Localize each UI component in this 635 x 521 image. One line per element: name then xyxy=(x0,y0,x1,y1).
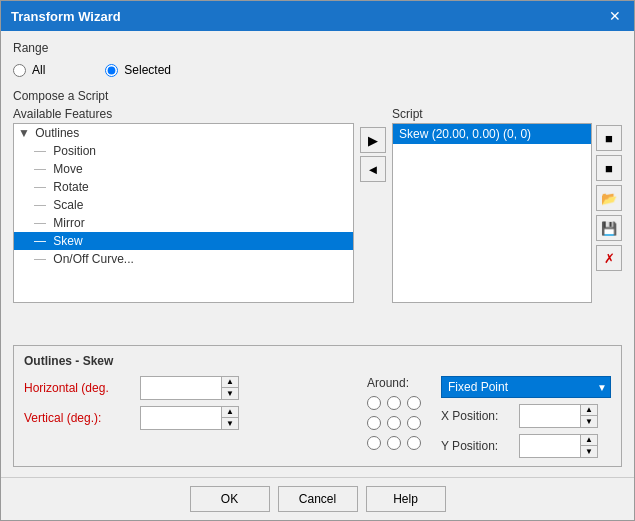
script-down-button[interactable]: ■ xyxy=(596,155,622,181)
skew-title: Outlines - Skew xyxy=(24,354,611,368)
vertical-row: Vertical (deg.): 0.0000 ▲ ▼ xyxy=(24,406,351,430)
connector-icon: — xyxy=(34,252,46,266)
vertical-spinner[interactable]: 0.0000 ▲ ▼ xyxy=(140,406,239,430)
pos-radio-ml[interactable] xyxy=(367,416,381,430)
around-dropdown-wrapper[interactable]: Fixed Point Selection Center Origin ▼ xyxy=(441,376,611,398)
features-panel: Available Features ▼ Outlines — Position… xyxy=(13,107,354,337)
vertical-down-arrow[interactable]: ▼ xyxy=(222,418,238,429)
y-position-label: Y Position: xyxy=(441,439,511,453)
tree-item-label: Scale xyxy=(53,198,83,212)
y-up-arrow[interactable]: ▲ xyxy=(581,435,597,446)
pos-radio-mc[interactable] xyxy=(387,416,401,430)
transform-buttons: ▶ ◄ xyxy=(360,127,386,337)
pos-radio-bc[interactable] xyxy=(387,436,401,450)
tree-item-label: Skew xyxy=(53,234,82,248)
script-label: Script xyxy=(392,107,622,121)
features-script-row: Available Features ▼ Outlines — Position… xyxy=(13,107,622,337)
expander-icon: ▼ xyxy=(18,126,30,140)
tree-item-outlines[interactable]: ▼ Outlines xyxy=(14,124,353,142)
y-spin-arrows: ▲ ▼ xyxy=(580,435,597,457)
script-action-buttons: ■ ■ 📂 💾 ✗ xyxy=(596,123,622,337)
script-area: Script Skew (20.00, 0.00) (0, 0) ■ ■ 📂 💾… xyxy=(392,107,622,337)
connector-icon: — xyxy=(34,180,46,194)
tree-item-mirror[interactable]: — Mirror xyxy=(14,214,353,232)
tree-item-scale[interactable]: — Scale xyxy=(14,196,353,214)
features-label: Available Features xyxy=(13,107,354,121)
horizontal-input[interactable]: 20.0000 xyxy=(141,377,221,399)
tree-item-position[interactable]: — Position xyxy=(14,142,353,160)
y-down-arrow[interactable]: ▼ xyxy=(581,446,597,457)
radio-all-label: All xyxy=(32,63,45,77)
vertical-input[interactable]: 0.0000 xyxy=(141,407,221,429)
horizontal-up-arrow[interactable]: ▲ xyxy=(222,377,238,388)
y-position-spinner[interactable]: 0 ▲ ▼ xyxy=(519,434,598,458)
features-list[interactable]: ▼ Outlines — Position — Move — xyxy=(13,123,354,303)
pos-radio-bl[interactable] xyxy=(367,436,381,450)
radio-selected[interactable]: Selected xyxy=(105,63,171,77)
radio-all[interactable]: All xyxy=(13,63,45,77)
dialog-title: Transform Wizard xyxy=(11,9,121,24)
close-button[interactable]: ✕ xyxy=(606,7,624,25)
position-fields: Fixed Point Selection Center Origin ▼ X … xyxy=(441,376,611,458)
pos-radio-br[interactable] xyxy=(407,436,421,450)
x-position-input[interactable]: 0 xyxy=(520,405,580,427)
skew-section: Outlines - Skew Horizontal (deg. 20.0000… xyxy=(13,345,622,467)
radio-selected-input[interactable] xyxy=(105,64,118,77)
tree-item-label: On/Off Curve... xyxy=(53,252,133,266)
connector-icon: — xyxy=(34,144,46,158)
help-button[interactable]: Help xyxy=(366,486,446,512)
script-list[interactable]: Skew (20.00, 0.00) (0, 0) xyxy=(392,123,592,303)
tree-item-label: Rotate xyxy=(53,180,88,194)
around-dropdown[interactable]: Fixed Point Selection Center Origin xyxy=(441,376,611,398)
ok-button[interactable]: OK xyxy=(190,486,270,512)
around-label: Around: xyxy=(367,376,425,390)
vertical-up-arrow[interactable]: ▲ xyxy=(222,407,238,418)
radio-all-input[interactable] xyxy=(13,64,26,77)
horizontal-row: Horizontal (deg. 20.0000 ▲ ▼ xyxy=(24,376,351,400)
skew-body: Horizontal (deg. 20.0000 ▲ ▼ Vertical (d… xyxy=(24,376,611,458)
horizontal-spin-arrows: ▲ ▼ xyxy=(221,377,238,399)
tree-item-label: Position xyxy=(53,144,96,158)
connector-icon: — xyxy=(34,198,46,212)
around-section: Around: xyxy=(367,376,425,458)
cancel-button[interactable]: Cancel xyxy=(278,486,358,512)
x-position-spinner[interactable]: 0 ▲ ▼ xyxy=(519,404,598,428)
script-delete-button[interactable]: ✗ xyxy=(596,245,622,271)
horizontal-spinner[interactable]: 20.0000 ▲ ▼ xyxy=(140,376,239,400)
range-options: All Selected xyxy=(13,59,622,81)
remove-from-script-button[interactable]: ◄ xyxy=(360,156,386,182)
add-to-script-button[interactable]: ▶ xyxy=(360,127,386,153)
compose-label: Compose a Script xyxy=(13,89,622,103)
x-spin-arrows: ▲ ▼ xyxy=(580,405,597,427)
skew-left: Horizontal (deg. 20.0000 ▲ ▼ Vertical (d… xyxy=(24,376,351,458)
x-up-arrow[interactable]: ▲ xyxy=(581,405,597,416)
y-position-row: Y Position: 0 ▲ ▼ xyxy=(441,434,611,458)
transform-wizard-dialog: Transform Wizard ✕ Range All Selected Co… xyxy=(0,0,635,521)
tree-item-label: Outlines xyxy=(35,126,79,140)
pos-radio-tr[interactable] xyxy=(407,396,421,410)
tree-item-rotate[interactable]: — Rotate xyxy=(14,178,353,196)
connector-icon: — xyxy=(34,234,46,248)
x-position-label: X Position: xyxy=(441,409,511,423)
tree-item-onoff[interactable]: — On/Off Curve... xyxy=(14,250,353,268)
x-down-arrow[interactable]: ▼ xyxy=(581,416,597,427)
pos-radio-tl[interactable] xyxy=(367,396,381,410)
dialog-body: Range All Selected Compose a Script Avai… xyxy=(1,31,634,477)
tree-item-skew[interactable]: — Skew xyxy=(14,232,353,250)
script-item-skew[interactable]: Skew (20.00, 0.00) (0, 0) xyxy=(393,124,591,144)
horizontal-down-arrow[interactable]: ▼ xyxy=(222,388,238,399)
vertical-spin-arrows: ▲ ▼ xyxy=(221,407,238,429)
range-label: Range xyxy=(13,41,622,55)
script-panel: Skew (20.00, 0.00) (0, 0) ■ ■ 📂 💾 ✗ xyxy=(392,123,622,337)
tree-item-move[interactable]: — Move xyxy=(14,160,353,178)
script-save-button[interactable]: 💾 xyxy=(596,215,622,241)
x-position-row: X Position: 0 ▲ ▼ xyxy=(441,404,611,428)
script-up-button[interactable]: ■ xyxy=(596,125,622,151)
script-open-button[interactable]: 📂 xyxy=(596,185,622,211)
tree-item-label: Mirror xyxy=(53,216,84,230)
pos-radio-tc[interactable] xyxy=(387,396,401,410)
y-position-input[interactable]: 0 xyxy=(520,435,580,457)
connector-icon: — xyxy=(34,216,46,230)
title-bar: Transform Wizard ✕ xyxy=(1,1,634,31)
pos-radio-mr[interactable] xyxy=(407,416,421,430)
